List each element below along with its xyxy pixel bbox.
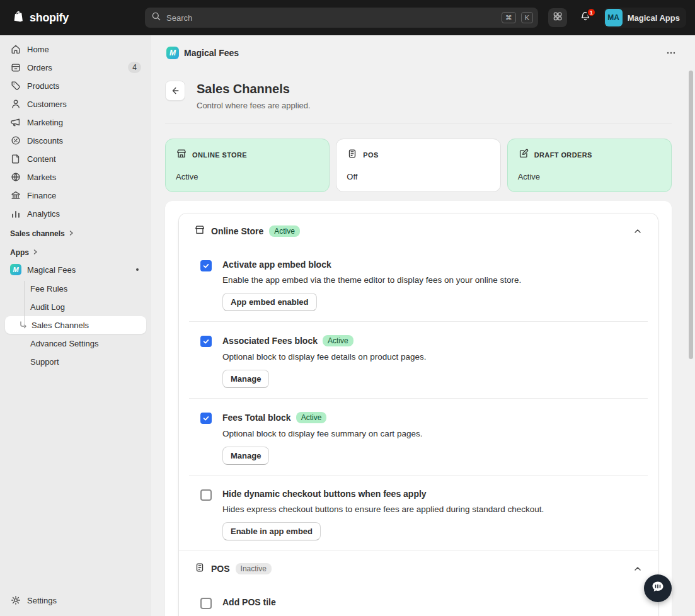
sidebar-item-customers[interactable]: Customers	[5, 95, 146, 113]
sidebar-item-content[interactable]: Content	[5, 150, 146, 168]
channel-cards: ONLINE STORE Active POS Off	[165, 139, 672, 192]
avatar: MA	[605, 9, 623, 26]
shortcut-cmd-key: ⌘	[502, 12, 516, 23]
topbar: shopify Search ⌘ K	[0, 0, 695, 35]
subnav-item-support[interactable]: Support	[5, 353, 146, 370]
magical-fees-app-icon: M	[166, 47, 179, 59]
magical-fees-app-icon: M	[10, 264, 21, 275]
subnav-item-fee-rules[interactable]: Fee Rules	[5, 280, 146, 297]
subnav-item-audit-log[interactable]: Audit Log	[5, 298, 146, 316]
sidebar-item-settings[interactable]: Settings	[5, 591, 146, 609]
collapse-chevron-up-icon[interactable]	[633, 226, 643, 236]
corner-arrow-icon	[19, 321, 28, 329]
section-title: POS	[211, 564, 230, 574]
apps-grid-button[interactable]	[548, 8, 567, 27]
setting-row-app-embed: Activate app embed block Enable the app …	[189, 246, 648, 321]
account-menu[interactable]: MA Magical Apps	[604, 8, 686, 28]
more-options-button[interactable]	[662, 44, 680, 62]
status-badge: Active	[269, 225, 300, 237]
vertical-scrollbar[interactable]	[689, 71, 693, 359]
sidebar-item-label: Settings	[27, 596, 57, 605]
pos-terminal-icon	[194, 562, 205, 576]
discounts-icon	[10, 135, 21, 146]
status-badge: Active	[323, 335, 353, 346]
sidebar-item-label: Customers	[27, 100, 67, 109]
setting-row-fees-total: Fees Total block Active Optional block t…	[189, 398, 648, 475]
shopify-wordmark: shopify	[30, 11, 69, 25]
orders-count-badge: 4	[128, 62, 141, 73]
app-embed-enabled-button[interactable]: App embed enabled	[222, 293, 317, 311]
sidebar-header-sales-channels[interactable]: Sales channels	[0, 223, 151, 242]
enable-in-app-embed-button[interactable]: Enable in app embed	[222, 522, 321, 540]
section-pos: POS Inactive A	[179, 550, 658, 616]
sidebar-item-products[interactable]: Products	[5, 77, 146, 94]
marketing-icon	[10, 117, 21, 128]
search-icon	[151, 11, 161, 24]
collapse-chevron-up-icon[interactable]	[633, 564, 643, 574]
sidebar-item-label: Discounts	[27, 136, 63, 145]
subnav-item-advanced-settings[interactable]: Advanced Settings	[5, 334, 146, 352]
home-icon	[10, 43, 21, 55]
sidebar-item-marketing[interactable]: Marketing	[5, 113, 146, 131]
sidebar-item-finance[interactable]: Finance	[5, 186, 146, 204]
setting-row-associated-fees: Associated Fees block Active Optional bl…	[189, 321, 648, 398]
topbar-actions: 1 MA Magical Apps	[548, 8, 695, 28]
chevron-right-icon	[68, 229, 74, 238]
pos-terminal-icon	[347, 148, 358, 162]
shopify-logo[interactable]: shopify	[0, 9, 145, 26]
sidebar-item-label: Finance	[27, 191, 56, 200]
sidebar-header-apps[interactable]: Apps	[0, 242, 151, 261]
manage-button[interactable]: Manage	[222, 447, 269, 465]
subnav-item-sales-channels[interactable]: Sales Channels	[5, 316, 146, 334]
sidebar-item-discounts[interactable]: Discounts	[5, 132, 146, 149]
sidebar-item-label: Marketing	[27, 118, 63, 127]
setting-row-add-pos-tile: Add POS tile	[189, 584, 648, 616]
notifications-button[interactable]: 1	[576, 8, 595, 27]
content-file-icon	[10, 153, 21, 164]
sidebar-item-label: Orders	[27, 63, 52, 72]
sidebar-item-label: Analytics	[27, 209, 60, 219]
orders-icon	[10, 62, 21, 73]
store-icon	[176, 148, 187, 162]
app-subnav: Fee Rules Audit Log Sales Channels Advan…	[0, 280, 151, 371]
search-input[interactable]: Search ⌘ K	[145, 8, 538, 28]
setting-title: Activate app embed block	[222, 260, 331, 270]
sidebar-item-magical-fees-app[interactable]: M Magical Fees	[5, 261, 146, 278]
chat-bubble-icon	[650, 579, 665, 597]
sidebar-item-orders[interactable]: Orders 4	[5, 59, 146, 76]
chat-launcher-button[interactable]	[644, 574, 672, 602]
settings-card: Online Store Active	[165, 201, 672, 616]
manage-button[interactable]: Manage	[222, 370, 269, 388]
sidebar-item-markets[interactable]: Markets	[5, 168, 146, 186]
setting-title: Hide dynamic checkout buttons when fees …	[222, 489, 427, 499]
draft-orders-edit-icon	[518, 148, 529, 162]
analytics-bars-icon	[10, 208, 21, 219]
app-notification-dot	[136, 268, 139, 271]
app-header: M Magical Fees	[151, 35, 695, 67]
channel-card-draft-orders[interactable]: DRAFT ORDERS Active	[507, 139, 672, 192]
hide-dynamic-checkout-checkbox[interactable]	[200, 489, 212, 501]
app-name-label: Magical Fees	[27, 265, 76, 275]
sidebar-item-home[interactable]: Home	[5, 40, 146, 58]
channel-status: Off	[347, 172, 490, 181]
sidebar: Home Orders 4 Products Customers	[0, 35, 151, 616]
channel-card-online-store[interactable]: ONLINE STORE Active	[165, 139, 330, 192]
page-content: Sales Channels Control where fees are ap…	[165, 81, 672, 616]
associated-fees-checkbox[interactable]	[200, 336, 212, 347]
page-subtitle: Control where fees are applied.	[197, 101, 311, 110]
shortcut-k-key: K	[521, 12, 533, 23]
app-title: Magical Fees	[184, 48, 239, 58]
apps-grid-icon	[553, 11, 563, 24]
chevron-right-icon	[32, 248, 38, 257]
markets-globe-icon	[10, 171, 21, 183]
fees-total-checkbox[interactable]	[200, 413, 212, 424]
section-title: Online Store	[211, 226, 263, 236]
sidebar-item-label: Markets	[27, 173, 56, 182]
channel-card-pos[interactable]: POS Off	[336, 139, 500, 192]
sidebar-item-analytics[interactable]: Analytics	[5, 205, 146, 222]
app-embed-checkbox[interactable]	[200, 260, 212, 271]
setting-description: Optional block to display fee details on…	[222, 352, 426, 362]
add-pos-tile-checkbox[interactable]	[200, 598, 212, 609]
back-button[interactable]	[165, 81, 185, 101]
sidebar-item-label: Content	[27, 154, 56, 164]
